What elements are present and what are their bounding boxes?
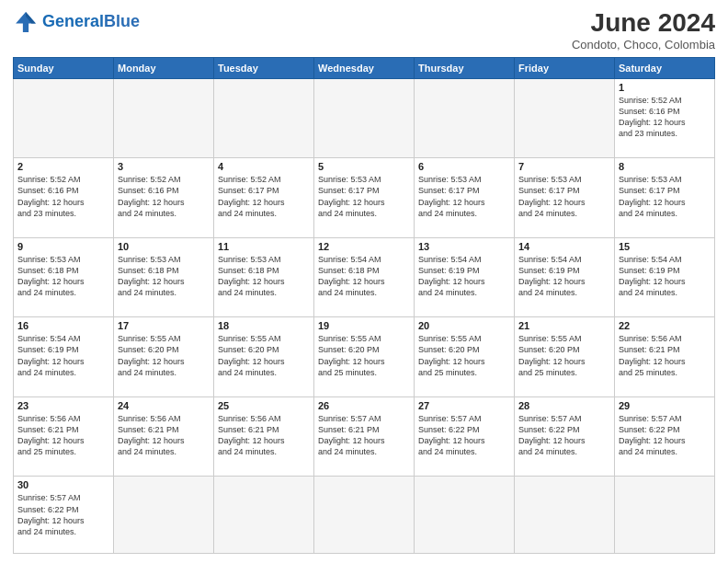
- day-info: Sunrise: 5:53 AM Sunset: 6:17 PM Dayligh…: [518, 174, 610, 219]
- day-info: Sunrise: 5:57 AM Sunset: 6:22 PM Dayligh…: [518, 413, 610, 458]
- day-number: 23: [17, 400, 109, 411]
- day-info: Sunrise: 5:52 AM Sunset: 6:16 PM Dayligh…: [619, 95, 711, 140]
- logo-text: GeneralBlue: [42, 13, 140, 31]
- day-info: Sunrise: 5:57 AM Sunset: 6:21 PM Dayligh…: [318, 413, 410, 458]
- day-number: 22: [619, 320, 711, 331]
- header: GeneralBlue June 2024 Condoto, Choco, Co…: [13, 9, 715, 52]
- logo-general: General: [42, 12, 104, 30]
- day-info: Sunrise: 5:52 AM Sunset: 6:16 PM Dayligh…: [17, 174, 109, 219]
- calendar-cell: [114, 477, 214, 554]
- day-info: Sunrise: 5:55 AM Sunset: 6:20 PM Dayligh…: [118, 333, 210, 378]
- calendar-cell: 11Sunrise: 5:53 AM Sunset: 6:18 PM Dayli…: [214, 237, 314, 317]
- calendar-cell: 19Sunrise: 5:55 AM Sunset: 6:20 PM Dayli…: [314, 317, 415, 397]
- day-info: Sunrise: 5:55 AM Sunset: 6:20 PM Dayligh…: [318, 333, 410, 378]
- calendar-cell: [314, 78, 415, 158]
- calendar-cell: 1Sunrise: 5:52 AM Sunset: 6:16 PM Daylig…: [615, 78, 715, 158]
- calendar-cell: [615, 477, 715, 554]
- day-number: 24: [118, 400, 210, 411]
- day-info: Sunrise: 5:53 AM Sunset: 6:17 PM Dayligh…: [619, 174, 711, 219]
- calendar-cell: 29Sunrise: 5:57 AM Sunset: 6:22 PM Dayli…: [615, 396, 715, 477]
- calendar-cell: [214, 477, 314, 554]
- weekday-header-tuesday: Tuesday: [214, 57, 314, 78]
- day-info: Sunrise: 5:52 AM Sunset: 6:16 PM Dayligh…: [118, 174, 210, 219]
- day-info: Sunrise: 5:53 AM Sunset: 6:17 PM Dayligh…: [318, 174, 410, 219]
- weekday-header-monday: Monday: [114, 57, 214, 78]
- day-info: Sunrise: 5:54 AM Sunset: 6:19 PM Dayligh…: [518, 254, 610, 299]
- calendar-cell: 28Sunrise: 5:57 AM Sunset: 6:22 PM Dayli…: [515, 396, 615, 477]
- calendar-cell: [114, 78, 214, 158]
- day-info: Sunrise: 5:53 AM Sunset: 6:18 PM Dayligh…: [118, 254, 210, 299]
- calendar-cell: 16Sunrise: 5:54 AM Sunset: 6:19 PM Dayli…: [14, 317, 114, 397]
- day-info: Sunrise: 5:54 AM Sunset: 6:19 PM Dayligh…: [17, 333, 109, 378]
- calendar-cell: 12Sunrise: 5:54 AM Sunset: 6:18 PM Dayli…: [314, 237, 415, 317]
- logo-icon: [13, 9, 39, 35]
- calendar-cell: 27Sunrise: 5:57 AM Sunset: 6:22 PM Dayli…: [415, 396, 515, 477]
- calendar-cell: 14Sunrise: 5:54 AM Sunset: 6:19 PM Dayli…: [515, 237, 615, 317]
- calendar-cell: [415, 477, 515, 554]
- day-info: Sunrise: 5:56 AM Sunset: 6:21 PM Dayligh…: [118, 413, 210, 458]
- day-info: Sunrise: 5:54 AM Sunset: 6:19 PM Dayligh…: [619, 254, 711, 299]
- calendar-cell: [214, 78, 314, 158]
- calendar-cell: [515, 477, 615, 554]
- day-info: Sunrise: 5:56 AM Sunset: 6:21 PM Dayligh…: [218, 413, 310, 458]
- calendar-cell: 20Sunrise: 5:55 AM Sunset: 6:20 PM Dayli…: [415, 317, 515, 397]
- day-number: 15: [619, 241, 711, 252]
- location: Condoto, Choco, Colombia: [572, 38, 715, 52]
- title-block: June 2024 Condoto, Choco, Colombia: [572, 9, 715, 52]
- day-number: 13: [418, 241, 510, 252]
- calendar-cell: 8Sunrise: 5:53 AM Sunset: 6:17 PM Daylig…: [615, 158, 715, 238]
- day-number: 2: [17, 161, 109, 172]
- day-number: 29: [619, 400, 711, 411]
- day-info: Sunrise: 5:56 AM Sunset: 6:21 PM Dayligh…: [619, 333, 711, 378]
- calendar-cell: 17Sunrise: 5:55 AM Sunset: 6:20 PM Dayli…: [114, 317, 214, 397]
- calendar-cell: 25Sunrise: 5:56 AM Sunset: 6:21 PM Dayli…: [214, 396, 314, 477]
- day-info: Sunrise: 5:57 AM Sunset: 6:22 PM Dayligh…: [17, 492, 109, 537]
- day-info: Sunrise: 5:56 AM Sunset: 6:21 PM Dayligh…: [17, 413, 109, 458]
- day-number: 3: [118, 161, 210, 172]
- day-number: 7: [518, 161, 610, 172]
- day-info: Sunrise: 5:54 AM Sunset: 6:18 PM Dayligh…: [318, 254, 410, 299]
- calendar-cell: 21Sunrise: 5:55 AM Sunset: 6:20 PM Dayli…: [515, 317, 615, 397]
- page: GeneralBlue June 2024 Condoto, Choco, Co…: [0, 0, 728, 563]
- weekday-header-thursday: Thursday: [415, 57, 515, 78]
- logo-blue: Blue: [104, 12, 140, 30]
- weekday-header-friday: Friday: [515, 57, 615, 78]
- day-number: 11: [218, 241, 310, 252]
- day-number: 9: [17, 241, 109, 252]
- calendar-cell: 5Sunrise: 5:53 AM Sunset: 6:17 PM Daylig…: [314, 158, 415, 238]
- calendar-table: SundayMondayTuesdayWednesdayThursdayFrid…: [13, 57, 715, 554]
- calendar-cell: 3Sunrise: 5:52 AM Sunset: 6:16 PM Daylig…: [114, 158, 214, 238]
- day-info: Sunrise: 5:55 AM Sunset: 6:20 PM Dayligh…: [218, 333, 310, 378]
- day-number: 18: [218, 320, 310, 331]
- weekday-header-sunday: Sunday: [14, 57, 114, 78]
- calendar-cell: 26Sunrise: 5:57 AM Sunset: 6:21 PM Dayli…: [314, 396, 415, 477]
- calendar-cell: 22Sunrise: 5:56 AM Sunset: 6:21 PM Dayli…: [615, 317, 715, 397]
- day-info: Sunrise: 5:54 AM Sunset: 6:19 PM Dayligh…: [418, 254, 510, 299]
- day-info: Sunrise: 5:55 AM Sunset: 6:20 PM Dayligh…: [518, 333, 610, 378]
- day-number: 20: [418, 320, 510, 331]
- day-info: Sunrise: 5:57 AM Sunset: 6:22 PM Dayligh…: [418, 413, 510, 458]
- calendar-cell: [415, 78, 515, 158]
- day-number: 25: [218, 400, 310, 411]
- day-number: 1: [619, 82, 711, 93]
- day-number: 14: [518, 241, 610, 252]
- day-info: Sunrise: 5:53 AM Sunset: 6:18 PM Dayligh…: [218, 254, 310, 299]
- day-number: 21: [518, 320, 610, 331]
- day-number: 5: [318, 161, 410, 172]
- day-info: Sunrise: 5:55 AM Sunset: 6:20 PM Dayligh…: [418, 333, 510, 378]
- calendar-cell: 30Sunrise: 5:57 AM Sunset: 6:22 PM Dayli…: [14, 477, 114, 554]
- calendar-cell: 7Sunrise: 5:53 AM Sunset: 6:17 PM Daylig…: [515, 158, 615, 238]
- calendar-cell: [515, 78, 615, 158]
- calendar-cell: [314, 477, 415, 554]
- calendar-cell: 9Sunrise: 5:53 AM Sunset: 6:18 PM Daylig…: [14, 237, 114, 317]
- calendar-cell: 23Sunrise: 5:56 AM Sunset: 6:21 PM Dayli…: [14, 396, 114, 477]
- calendar-cell: 2Sunrise: 5:52 AM Sunset: 6:16 PM Daylig…: [14, 158, 114, 238]
- calendar-cell: 15Sunrise: 5:54 AM Sunset: 6:19 PM Dayli…: [615, 237, 715, 317]
- day-info: Sunrise: 5:57 AM Sunset: 6:22 PM Dayligh…: [619, 413, 711, 458]
- weekday-header-saturday: Saturday: [615, 57, 715, 78]
- day-number: 19: [318, 320, 410, 331]
- day-number: 16: [17, 320, 109, 331]
- calendar-cell: 13Sunrise: 5:54 AM Sunset: 6:19 PM Dayli…: [415, 237, 515, 317]
- day-number: 28: [518, 400, 610, 411]
- calendar-cell: 24Sunrise: 5:56 AM Sunset: 6:21 PM Dayli…: [114, 396, 214, 477]
